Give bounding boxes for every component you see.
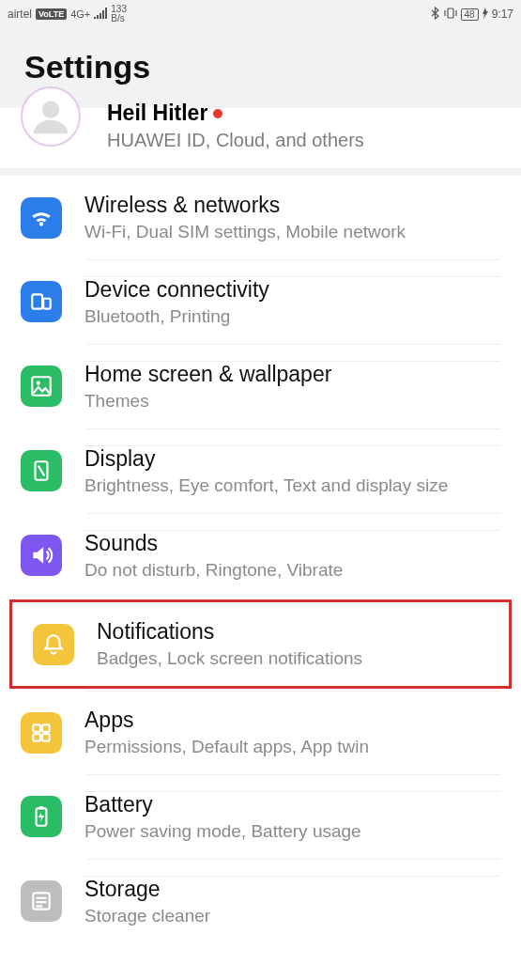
row-title: Home screen & wallpaper: [84, 362, 500, 387]
vibrate-icon: [444, 7, 457, 23]
row-title: Wireless & networks: [84, 193, 500, 218]
row-apps[interactable]: Apps Permissions, Default apps, App twin: [0, 691, 521, 774]
settings-list: Wireless & networks Wi-Fi, Dual SIM sett…: [0, 176, 521, 943]
row-subtitle: Permissions, Default apps, App twin: [84, 737, 500, 757]
page-title: Settings: [24, 49, 497, 86]
data-rate-unit: B/s: [111, 14, 127, 23]
network-type: 4G+: [70, 9, 90, 20]
svg-point-1: [42, 101, 59, 118]
row-title: Display: [84, 446, 500, 472]
account-name: Heil Hitler: [107, 101, 207, 126]
row-subtitle: Brightness, Eye comfort, Text and displa…: [84, 475, 500, 496]
row-title: Apps: [84, 708, 500, 733]
row-subtitle: Themes: [84, 391, 500, 412]
svg-rect-9: [33, 734, 40, 741]
svg-rect-2: [32, 294, 42, 308]
sound-icon: [21, 535, 62, 576]
bell-icon: [33, 624, 74, 665]
wifi-icon: [21, 197, 62, 239]
highlight-notifications: Notifications Badges, Lock screen notifi…: [9, 599, 512, 689]
row-title: Storage: [84, 877, 500, 902]
row-title: Battery: [84, 792, 500, 817]
carrier-label: airtel: [8, 8, 32, 21]
svg-rect-7: [33, 724, 40, 732]
row-subtitle: Bluetooth, Printing: [84, 306, 500, 327]
row-subtitle: Do not disturb, Ringtone, Vibrate: [84, 560, 500, 581]
bluetooth-icon: [431, 7, 440, 23]
svg-rect-10: [42, 734, 50, 741]
volte-badge: VoLTE: [36, 8, 67, 20]
status-bar: airtel VoLTE 4G+ 133 B/s 48 9:17: [0, 0, 521, 28]
row-home-screen[interactable]: Home screen & wallpaper Themes: [0, 344, 521, 428]
row-sounds[interactable]: Sounds Do not disturb, Ringtone, Vibrate: [0, 513, 521, 598]
battery-icon: [21, 796, 62, 837]
row-storage[interactable]: Storage Storage cleaner: [0, 859, 521, 943]
storage-icon: [21, 880, 62, 922]
svg-rect-0: [448, 8, 453, 18]
svg-rect-12: [39, 806, 43, 808]
avatar: [21, 86, 81, 147]
row-battery[interactable]: Battery Power saving mode, Battery usage: [0, 774, 521, 859]
row-title: Sounds: [84, 531, 500, 556]
row-subtitle: Storage cleaner: [84, 906, 500, 926]
battery-level: 48: [461, 8, 479, 21]
account-row[interactable]: Heil Hitler HUAWEI ID, Cloud, and others: [0, 108, 521, 176]
row-title: Notifications: [97, 619, 488, 645]
connect-icon: [21, 281, 62, 322]
svg-rect-3: [43, 299, 51, 309]
header: Settings: [0, 28, 521, 108]
row-subtitle: Power saving mode, Battery usage: [84, 821, 500, 842]
svg-point-5: [37, 381, 40, 385]
row-connectivity[interactable]: Device connectivity Bluetooth, Printing: [0, 259, 521, 344]
display-icon: [21, 450, 62, 491]
row-notifications[interactable]: Notifications Badges, Lock screen notifi…: [12, 602, 509, 686]
row-subtitle: Wi-Fi, Dual SIM settings, Mobile network: [84, 222, 500, 242]
row-display[interactable]: Display Brightness, Eye comfort, Text an…: [0, 428, 521, 513]
signal-icon: [94, 8, 107, 22]
svg-rect-8: [42, 724, 50, 732]
picture-icon: [21, 366, 62, 407]
row-subtitle: Badges, Lock screen notifications: [97, 648, 488, 669]
clock: 9:17: [492, 8, 513, 21]
notification-dot: [213, 109, 222, 118]
account-subtitle: HUAWEI ID, Cloud, and others: [107, 130, 364, 151]
row-wireless[interactable]: Wireless & networks Wi-Fi, Dual SIM sett…: [0, 176, 521, 259]
row-title: Device connectivity: [84, 277, 500, 303]
apps-icon: [21, 712, 62, 754]
charging-icon: [483, 8, 488, 22]
